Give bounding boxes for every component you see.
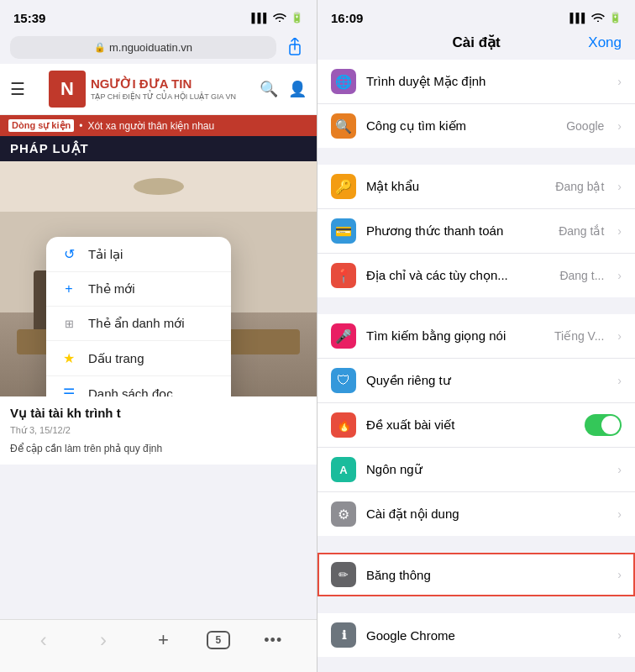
- divider: [318, 544, 635, 553]
- chevron-icon: ›: [617, 180, 622, 193]
- hamburger-icon[interactable]: ☰: [10, 79, 25, 99]
- url-bar[interactable]: 🔒 m.nguoiduatin.vn: [10, 36, 276, 59]
- done-button[interactable]: Xong: [588, 34, 622, 51]
- menu-label-bookmark: Dấu trang: [88, 351, 144, 366]
- settings-group-privacy: 🎤 Tìm kiếm bằng giọng nói Tiếng V... › 🛡…: [318, 314, 635, 536]
- settings-row-default-browser[interactable]: 🌐 Trình duyệt Mặc định ›: [318, 60, 635, 104]
- article-date: Thứ 3, 15/12/2: [10, 425, 307, 436]
- more-button[interactable]: •••: [256, 632, 290, 649]
- bandwidth-label: Băng thông: [366, 568, 607, 582]
- settings-group-passwords: 🔑 Mật khẩu Đang bật › 💳 Phương thức than…: [318, 165, 635, 297]
- section-title: PHÁP LUẬT: [10, 141, 89, 155]
- chevron-icon: ›: [617, 628, 622, 642]
- browser-bar: 🔒 m.nguoiduatin.vn: [0, 30, 317, 64]
- time-left: 15:39: [13, 11, 45, 25]
- settings-row-about[interactable]: ℹ Google Chrome ›: [318, 613, 635, 657]
- bookmark-icon: ★: [60, 350, 78, 366]
- menu-label-reload: Tải lại: [88, 247, 123, 262]
- logo-main: NGƯỜI ĐƯA TIN: [91, 76, 236, 92]
- menu-item-reload[interactable]: ↺ Tải lại: [46, 237, 231, 272]
- user-icon-site[interactable]: 👤: [288, 80, 307, 98]
- right-panel: 16:09 ▌▌▌ 🔋 Cài đặt Xong 🌐 Trình duyệt M…: [318, 0, 635, 672]
- signal-icon-left: ▌▌▌: [252, 13, 269, 23]
- menu-item-new-tab[interactable]: + Thẻ mới: [46, 272, 231, 307]
- payment-icon: 💳: [331, 218, 356, 244]
- divider: [318, 156, 635, 165]
- menu-item-reading-list[interactable]: ☰ Danh sách đọc: [46, 376, 231, 396]
- site-header: ☰ N NGƯỜI ĐƯA TIN TẠP CHÍ ĐIỆN TỬ CỦA HỘ…: [0, 64, 317, 115]
- chevron-icon: ›: [617, 75, 622, 88]
- address-value: Đang t...: [559, 269, 604, 282]
- time-right: 16:09: [331, 11, 363, 25]
- news-ticker: Dòng sự kiện • Xót xa người thân kiện nh…: [0, 115, 317, 136]
- privacy-icon: 🛡: [331, 368, 356, 393]
- reading-list-icon: ☰: [60, 386, 78, 396]
- password-icon: 🔑: [331, 174, 356, 199]
- back-button[interactable]: ‹: [27, 628, 60, 652]
- address-label: Địa chỉ và các tùy chọn...: [366, 268, 549, 283]
- battery-icon-right: 🔋: [609, 12, 622, 24]
- content-settings-label: Cài đặt nội dung: [366, 507, 607, 522]
- chevron-icon: ›: [617, 374, 622, 387]
- address-icon: 📍: [331, 263, 356, 288]
- reload-icon: ↺: [60, 246, 78, 262]
- passwords-label: Mật khẩu: [366, 179, 545, 194]
- articles-label: Đề xuất bài viết: [366, 417, 575, 433]
- bottom-nav-left: ‹ › + 5 •••: [0, 619, 317, 672]
- article-excerpt: Để cập cần làm trên phả quy định: [10, 441, 307, 456]
- articles-icon: 🔥: [331, 412, 356, 438]
- about-icon: ℹ: [331, 622, 356, 648]
- settings-title: Cài đặt: [453, 34, 501, 51]
- status-bar-left: 15:39 ▌▌▌ 🔋: [0, 0, 317, 30]
- settings-group-about: ℹ Google Chrome ›: [318, 613, 635, 657]
- chevron-icon: ›: [617, 507, 622, 521]
- status-icons-left: ▌▌▌ 🔋: [252, 10, 303, 25]
- settings-row-articles[interactable]: 🔥 Đề xuất bài viết: [318, 403, 635, 448]
- passwords-value: Đang bật: [555, 180, 604, 193]
- settings-group-browser: 🌐 Trình duyệt Mặc định › 🔍 Công cụ tìm k…: [318, 60, 635, 148]
- content-settings-icon: ⚙: [331, 501, 356, 527]
- ticker-label: Dòng sự kiện: [8, 119, 74, 132]
- search-icon-site[interactable]: 🔍: [260, 80, 278, 98]
- ticker-bullet: •: [79, 120, 82, 132]
- article-lower: Vụ tài tài kh trình t Thứ 3, 15/12/2 Để …: [0, 396, 317, 465]
- status-icons-right: ▌▌▌ 🔋: [570, 10, 622, 25]
- logo-n: N: [49, 71, 86, 108]
- voice-search-value: Tiếng V...: [554, 329, 604, 343]
- incognito-icon: ⊞: [60, 318, 78, 330]
- about-label: Google Chrome: [366, 628, 607, 643]
- menu-item-incognito[interactable]: ⊞ Thẻ ẩn danh mới: [46, 307, 231, 341]
- articles-toggle[interactable]: [585, 414, 622, 436]
- new-tab-icon: +: [60, 281, 78, 297]
- menu-label-incognito: Thẻ ẩn danh mới: [88, 316, 185, 331]
- forward-button[interactable]: ›: [87, 628, 120, 652]
- settings-group-bandwidth: ✏ Băng thông ›: [318, 553, 635, 596]
- settings-row-payment[interactable]: 💳 Phương thức thanh toán Đang tắt ›: [318, 209, 635, 254]
- settings-row-language[interactable]: A Ngôn ngữ ›: [318, 448, 635, 492]
- chevron-icon: ›: [617, 568, 622, 581]
- settings-row-bandwidth[interactable]: ✏ Băng thông ›: [318, 553, 635, 596]
- add-tab-button[interactable]: +: [146, 629, 180, 651]
- share-button[interactable]: [283, 35, 307, 59]
- url-text: m.nguoiduatin.vn: [109, 41, 192, 54]
- tab-count[interactable]: 5: [207, 631, 230, 649]
- chevron-icon: ›: [617, 463, 622, 476]
- dropdown-menu: ↺ Tải lại + Thẻ mới ⊞ Thẻ ẩn danh mới ★ …: [46, 237, 231, 396]
- language-label: Ngôn ngữ: [366, 462, 607, 477]
- settings-row-privacy[interactable]: 🛡 Quyền riêng tư ›: [318, 359, 635, 403]
- settings-row-search-engine[interactable]: 🔍 Công cụ tìm kiếm Google ›: [318, 104, 635, 148]
- menu-item-bookmark[interactable]: ★ Dấu trang: [46, 341, 231, 376]
- voice-search-icon: 🎤: [331, 323, 356, 349]
- battery-icon-left: 🔋: [291, 12, 303, 24]
- settings-row-voice-search[interactable]: 🎤 Tìm kiếm bằng giọng nói Tiếng V... ›: [318, 314, 635, 359]
- logo-area: N NGƯỜI ĐƯA TIN TẠP CHÍ ĐIỆN TỬ CỦA HỘI …: [49, 71, 236, 108]
- settings-row-content-settings[interactable]: ⚙ Cài đặt nội dung ›: [318, 492, 635, 536]
- settings-row-passwords[interactable]: 🔑 Mật khẩu Đang bật ›: [318, 165, 635, 209]
- settings-row-address[interactable]: 📍 Địa chỉ và các tùy chọn... Đang t... ›: [318, 254, 635, 297]
- wifi-icon-left: [273, 10, 286, 25]
- default-browser-label: Trình duyệt Mặc định: [366, 74, 607, 89]
- search-engine-icon: 🔍: [331, 113, 356, 139]
- logo-text: NGƯỜI ĐƯA TIN TẠP CHÍ ĐIỆN TỬ CỦA HỘI LU…: [91, 76, 236, 102]
- language-icon: A: [331, 457, 356, 482]
- voice-search-label: Tìm kiếm bằng giọng nói: [366, 328, 544, 344]
